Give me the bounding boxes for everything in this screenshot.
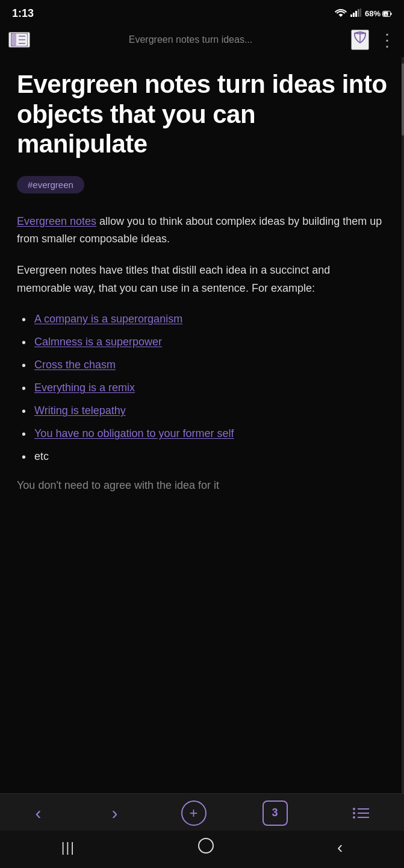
wifi-icon [335, 8, 347, 19]
second-paragraph: Evergreen notes have titles that distill… [17, 262, 387, 297]
back-button[interactable]: ‹ [28, 802, 49, 825]
battery-indicator: 68% [365, 9, 392, 18]
svg-point-17 [353, 816, 355, 819]
list-item: Everything is a remix [17, 379, 387, 397]
scroll-thumb [402, 63, 404, 136]
svg-rect-4 [360, 8, 361, 17]
home-icon [197, 842, 214, 857]
status-bar: 1:13 68% [0, 0, 404, 25]
home-button[interactable] [197, 837, 214, 858]
bottom-toolbar: ‹ › + 3 [0, 793, 404, 831]
cutoff-text: You don't need to agree with the idea fo… [17, 477, 387, 495]
list-item: Writing is telepathy [17, 402, 387, 420]
list-item-link-6[interactable]: You have no obligation to your former se… [34, 425, 234, 443]
list-item: Cross the chasm [17, 356, 387, 374]
evergreen-notes-link[interactable]: Evergreen notes [17, 215, 96, 227]
more-options-button[interactable]: ⋮ [379, 30, 396, 50]
status-time: 1:13 [12, 7, 34, 20]
forward-button[interactable]: › [105, 802, 125, 825]
list-item-link-2[interactable]: Calmness is a superpower [34, 333, 162, 351]
svg-rect-7 [391, 13, 392, 15]
scroll-area[interactable]: Evergreen notes turn ideas into objects … [0, 57, 404, 793]
menu-button[interactable] [344, 804, 376, 822]
signal-icon [350, 8, 361, 19]
intro-paragraph: Evergreen notes allow you to think about… [17, 213, 387, 248]
system-back-icon: ‹ [337, 838, 343, 857]
list-item-link-4[interactable]: Everything is a remix [34, 379, 135, 397]
examples-list: A company is a superorganism Calmness is… [17, 310, 387, 466]
scroll-indicator [402, 57, 404, 793]
main-content: Evergreen notes turn ideas into objects … [0, 57, 404, 507]
svg-point-13 [353, 808, 355, 810]
svg-rect-0 [350, 14, 352, 17]
svg-rect-19 [199, 838, 213, 853]
svg-rect-2 [355, 11, 357, 17]
add-button[interactable]: + [181, 800, 207, 826]
tag-pill[interactable]: #evergreen [17, 176, 387, 213]
svg-point-15 [353, 812, 355, 814]
top-nav: Evergreen notes turn ideas... ⋮ [0, 25, 404, 57]
recent-apps-button[interactable]: ||| [61, 840, 75, 855]
book-button[interactable] [351, 30, 369, 50]
list-item: A company is a superorganism [17, 310, 387, 329]
svg-rect-3 [358, 9, 359, 17]
list-item-link-3[interactable]: Cross the chasm [34, 356, 116, 374]
list-item-link-1[interactable]: A company is a superorganism [34, 310, 182, 329]
list-item: Calmness is a superpower [17, 333, 387, 351]
svg-rect-1 [353, 13, 355, 17]
sidebar-toggle-button[interactable] [8, 32, 30, 48]
list-item-etc: etc [17, 448, 387, 466]
count-button[interactable]: 3 [263, 800, 288, 826]
list-item: You have no obligation to your former se… [17, 425, 387, 443]
list-item-link-5[interactable]: Writing is telepathy [34, 402, 126, 420]
system-back-button[interactable]: ‹ [337, 838, 343, 857]
nav-title: Evergreen notes turn ideas... [36, 34, 345, 45]
system-nav: ||| ‹ [0, 831, 404, 868]
status-icons: 68% [335, 8, 392, 19]
page-title: Evergreen notes turn ideas into objects … [17, 69, 387, 159]
recent-apps-icon: ||| [61, 840, 75, 855]
svg-rect-9 [11, 33, 16, 46]
